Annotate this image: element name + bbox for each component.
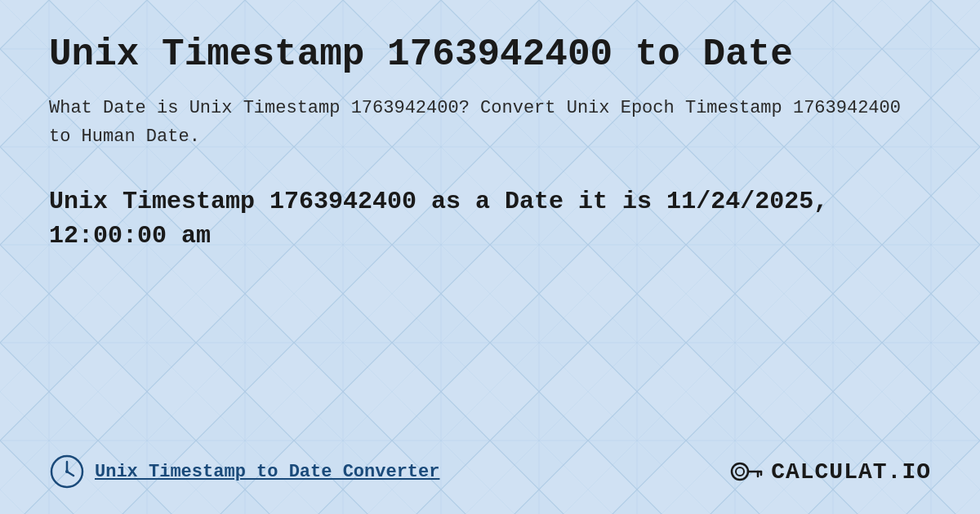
result-text: Unix Timestamp 1763942400 as a Date it i… bbox=[49, 184, 931, 253]
svg-point-16 bbox=[736, 467, 744, 476]
svg-point-14 bbox=[65, 470, 69, 473]
clock-icon bbox=[49, 454, 85, 490]
logo-area: CALCULAT.IO bbox=[728, 454, 931, 490]
footer-link-area[interactable]: Unix Timestamp to Date Converter bbox=[49, 454, 439, 490]
calculat-logo-icon bbox=[728, 454, 764, 490]
page-title: Unix Timestamp 1763942400 to Date bbox=[49, 33, 931, 78]
svg-point-15 bbox=[732, 463, 748, 480]
description-text: What Date is Unix Timestamp 1763942400? … bbox=[49, 94, 931, 151]
logo-text: CALCULAT.IO bbox=[771, 459, 931, 485]
footer-link-text[interactable]: Unix Timestamp to Date Converter bbox=[95, 462, 439, 482]
